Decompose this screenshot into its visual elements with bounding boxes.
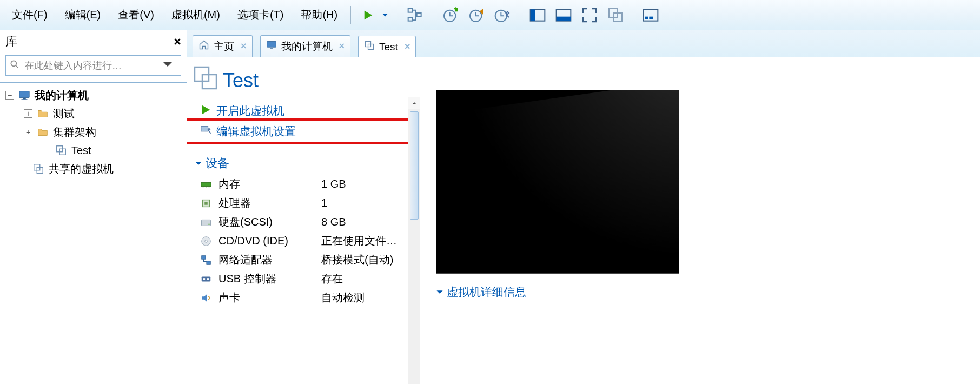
folder-icon — [37, 126, 49, 138]
right-pane: 主页 × 我的计算机 × Test × — [187, 30, 980, 384]
device-row[interactable]: 声卡自动检测 — [187, 288, 418, 307]
device-row[interactable]: CD/DVD (IDE)正在使用文件… — [187, 231, 418, 250]
shared-vm-icon — [32, 163, 44, 175]
tree-view-icon[interactable] — [407, 6, 424, 24]
svg-rect-23 — [267, 41, 276, 47]
tab-close-button[interactable]: × — [241, 41, 247, 52]
menu-bar: 文件(F) 编辑(E) 查看(V) 虚拟机(M) 选项卡(T) 帮助(H) — [0, 0, 980, 30]
devices-section-header[interactable]: 设备 — [187, 142, 418, 175]
svg-rect-29 — [201, 126, 208, 131]
device-value: 桥接模式(自动) — [321, 253, 393, 267]
tree-node-shared-vms[interactable]: 共享的虚拟机 — [0, 160, 187, 178]
close-sidebar-button[interactable]: × — [174, 34, 181, 49]
separator — [398, 6, 398, 24]
tree-node-cluster-folder[interactable]: + 集群架构 — [0, 123, 187, 141]
show-sidebar-icon[interactable] — [529, 6, 546, 24]
tabs-bar: 主页 × 我的计算机 × Test × — [187, 30, 980, 57]
cpu-icon — [200, 197, 213, 209]
svg-rect-38 — [207, 261, 210, 264]
menu-file[interactable]: 文件(F) — [3, 4, 56, 25]
tree-node-test-folder[interactable]: + 测试 — [0, 104, 187, 123]
device-row[interactable]: USB 控制器存在 — [187, 269, 418, 288]
svg-point-34 — [208, 223, 209, 224]
vm-title-text: Test — [223, 69, 259, 92]
tree-label: 共享的虚拟机 — [49, 162, 114, 176]
svg-rect-24 — [270, 48, 273, 49]
svg-rect-9 — [557, 16, 571, 21]
monitor-icon — [18, 89, 30, 101]
device-name: 声卡 — [218, 290, 316, 305]
tab-label: 主页 — [214, 39, 234, 54]
expand-icon[interactable]: + — [24, 128, 32, 136]
device-list: 内存1 GB处理器1硬盘(SCSI)8 GBCD/DVD (IDE)正在使用文件… — [187, 175, 418, 307]
svg-rect-16 — [19, 91, 29, 98]
tab-my-computer[interactable]: 我的计算机 × — [260, 35, 351, 57]
svg-rect-18 — [22, 99, 28, 100]
show-console-icon[interactable] — [555, 6, 572, 24]
vm-left-column: Test 开启此虚拟机 编辑虚拟机设置 — [187, 57, 420, 384]
library-search-input[interactable]: 在此处键入内容进行… — [5, 55, 181, 76]
device-value: 自动检测 — [321, 290, 365, 305]
tab-close-button[interactable]: × — [339, 41, 345, 52]
vertical-scrollbar[interactable] — [408, 97, 420, 384]
svg-rect-40 — [203, 278, 206, 280]
tree-node-test-vm[interactable]: Test — [0, 141, 187, 160]
device-row[interactable]: 硬盘(SCSI)8 GB — [187, 213, 418, 231]
chevron-down-icon[interactable] — [162, 59, 177, 72]
separator — [350, 6, 351, 24]
collapse-icon[interactable]: − — [5, 91, 14, 100]
tab-test-vm[interactable]: Test × — [358, 36, 416, 57]
vm-icon — [364, 40, 375, 54]
device-row[interactable]: 网络适配器桥接模式(自动) — [187, 250, 418, 269]
unity-mode-icon[interactable] — [607, 6, 624, 24]
menu-view[interactable]: 查看(V) — [109, 4, 163, 25]
tab-home[interactable]: 主页 × — [193, 35, 253, 57]
menu-edit[interactable]: 编辑(E) — [56, 4, 110, 25]
device-name: CD/DVD (IDE) — [218, 235, 316, 247]
chevron-down-icon — [436, 286, 443, 299]
vm-thumbnail[interactable] — [436, 90, 679, 274]
svg-rect-13 — [645, 16, 649, 19]
tab-close-button[interactable]: × — [405, 41, 410, 52]
spacer — [42, 146, 51, 155]
vm-right-column: 虚拟机详细信息 — [420, 57, 980, 384]
action-label: 开启此虚拟机 — [216, 103, 284, 118]
section-title: 设备 — [206, 155, 229, 171]
tab-label: Test — [379, 41, 398, 53]
svg-rect-37 — [202, 255, 206, 259]
device-row[interactable]: 处理器1 — [187, 194, 418, 213]
tree-label: 集群架构 — [53, 125, 96, 140]
menu-help[interactable]: 帮助(H) — [292, 4, 346, 25]
svg-rect-0 — [408, 9, 413, 12]
play-button[interactable] — [360, 6, 377, 24]
library-sidebar: 库 × 在此处键入内容进行… − 我的计算机 + — [0, 30, 187, 384]
spacer — [19, 164, 28, 173]
play-dropdown[interactable] — [379, 6, 389, 24]
scroll-up-arrow[interactable] — [408, 97, 420, 109]
snapshot-take-icon[interactable] — [442, 6, 459, 24]
tree-node-my-computer[interactable]: − 我的计算机 — [0, 86, 187, 104]
hdd-icon — [200, 216, 213, 228]
search-placeholder: 在此处键入内容进行… — [24, 59, 162, 72]
vm-details-header[interactable]: 虚拟机详细信息 — [436, 284, 969, 300]
device-name: 硬盘(SCSI) — [218, 215, 316, 229]
edit-vm-settings-link[interactable]: 编辑虚拟机设置 — [187, 121, 418, 142]
device-value: 8 GB — [321, 216, 346, 228]
details-label: 虚拟机详细信息 — [447, 284, 526, 300]
expand-icon[interactable]: + — [24, 109, 32, 118]
snapshot-manage-icon[interactable] — [494, 6, 511, 24]
chevron-down-icon — [195, 156, 202, 170]
menu-tabs[interactable]: 选项卡(T) — [229, 4, 293, 25]
scroll-thumb[interactable] — [410, 111, 419, 220]
thumbnail-bar-icon[interactable] — [642, 6, 659, 24]
svg-rect-39 — [202, 276, 211, 281]
library-title: 库 — [5, 34, 17, 50]
device-row[interactable]: 内存1 GB — [187, 175, 418, 194]
snapshot-revert-icon[interactable] — [468, 6, 485, 24]
power-on-vm-link[interactable]: 开启此虚拟机 — [187, 101, 418, 121]
menu-vm[interactable]: 虚拟机(M) — [163, 4, 229, 25]
device-name: 内存 — [218, 177, 316, 191]
vm-summary-panel: Test 开启此虚拟机 编辑虚拟机设置 — [187, 57, 980, 384]
fullscreen-icon[interactable] — [581, 6, 598, 24]
device-value: 存在 — [321, 272, 343, 286]
